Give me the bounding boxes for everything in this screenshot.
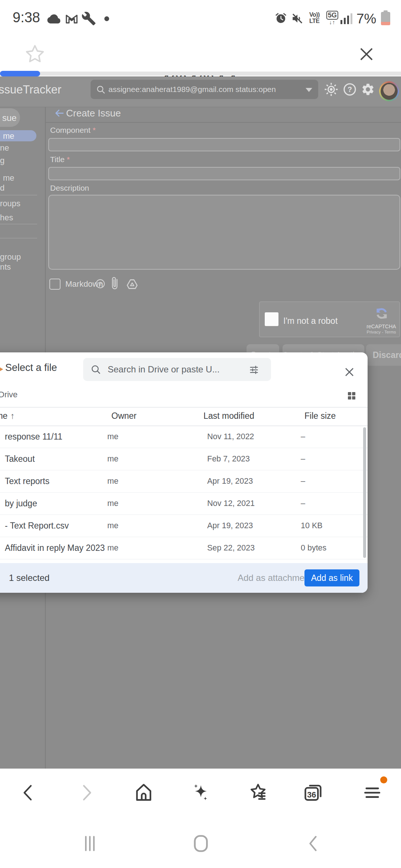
dialog-title: Select a file bbox=[5, 362, 57, 374]
recaptcha-checkbox[interactable] bbox=[265, 312, 278, 326]
file-size: – bbox=[301, 448, 305, 470]
add-as-link-button[interactable]: Add as link bbox=[304, 569, 359, 586]
column-header-modified[interactable]: Last modified bbox=[203, 411, 254, 421]
sidebar-item[interactable]: group bbox=[0, 252, 21, 262]
address-bar[interactable]: 192.168.1.1 bbox=[0, 26, 401, 70]
file-row[interactable]: response 11/11 me Nov 11, 2022 – bbox=[0, 425, 368, 448]
file-owner: me bbox=[107, 425, 118, 448]
nav-forward-icon[interactable] bbox=[76, 782, 97, 803]
battery-percent: 7% bbox=[356, 11, 376, 27]
file-row[interactable]: - Text Report.csv me Apr 19, 2023 10 KB bbox=[0, 514, 368, 537]
alarm-icon bbox=[274, 12, 287, 25]
bookmarks-list-icon[interactable] bbox=[247, 782, 269, 803]
battery-icon bbox=[381, 12, 390, 25]
title-input[interactable] bbox=[48, 167, 400, 180]
drive-search-box[interactable]: Search in Drive or paste U... bbox=[83, 358, 271, 381]
ai-sparkles-icon[interactable] bbox=[190, 782, 212, 803]
sidebar-section-divider bbox=[0, 195, 37, 195]
avatar[interactable] bbox=[379, 81, 399, 101]
notification-dot-icon bbox=[104, 16, 109, 21]
file-modified: Nov 11, 2022 bbox=[207, 425, 254, 448]
recaptcha-terms-link[interactable]: Privacy - Terms bbox=[355, 330, 401, 334]
sidebar-item[interactable]: hes bbox=[0, 213, 13, 223]
component-input[interactable] bbox=[48, 138, 400, 151]
brightness-icon[interactable] bbox=[324, 82, 339, 97]
sort-ascending-icon[interactable]: ↑ bbox=[10, 411, 15, 421]
file-owner: me bbox=[107, 448, 118, 470]
android-back-icon[interactable] bbox=[304, 834, 323, 853]
component-label-text: Component bbox=[50, 126, 91, 134]
markdown-help-icon[interactable]: ? bbox=[95, 279, 105, 289]
scrollbar[interactable] bbox=[363, 427, 366, 558]
issue-search-box[interactable]: assignee:anaherat1989@gmail.com status:o… bbox=[91, 80, 318, 99]
close-dialog-icon[interactable] bbox=[343, 366, 356, 378]
chevron-down-icon[interactable] bbox=[306, 88, 312, 92]
file-modified: Apr 19, 2023 bbox=[207, 470, 253, 492]
file-owner: me bbox=[107, 537, 118, 559]
sidebar-item[interactable]: ne bbox=[0, 143, 9, 153]
attach-file-icon[interactable] bbox=[110, 277, 120, 291]
back-arrow-icon[interactable] bbox=[53, 108, 65, 119]
nav-back-icon[interactable] bbox=[17, 782, 38, 803]
bookmark-star-icon[interactable] bbox=[23, 43, 46, 66]
help-icon[interactable]: ? bbox=[343, 82, 357, 96]
sidebar-item[interactable]: roups bbox=[0, 199, 20, 208]
column-header-name[interactable]: Name bbox=[0, 411, 7, 421]
file-size: – bbox=[301, 470, 305, 492]
sidebar-item[interactable]: g bbox=[0, 156, 4, 165]
file-row[interactable]: by judge me Nov 12, 2021 – bbox=[0, 492, 368, 515]
description-label: Description bbox=[50, 184, 89, 193]
sidebar-item[interactable]: me bbox=[3, 131, 14, 141]
sidebar-section-divider bbox=[0, 238, 37, 239]
status-bar: 9:38 Vo)) LTE 5G ↓↑ 7% bbox=[0, 0, 401, 26]
markdown-checkbox[interactable] bbox=[49, 279, 61, 290]
clock: 9:38 bbox=[13, 10, 40, 26]
tune-filter-icon[interactable] bbox=[249, 364, 259, 375]
page-load-progress-fill bbox=[0, 71, 40, 76]
file-row[interactable]: Takeout me Feb 7, 2023 – bbox=[0, 448, 368, 470]
recent-apps-icon[interactable] bbox=[80, 834, 100, 853]
android-home-icon[interactable] bbox=[190, 833, 212, 854]
sidebar-item[interactable]: d bbox=[0, 183, 4, 193]
file-row[interactable]: Text reports me Apr 19, 2023 – bbox=[0, 470, 368, 493]
title-label: Title * bbox=[50, 155, 70, 164]
recaptcha-logo-icon bbox=[375, 306, 389, 320]
sidebar-item[interactable]: me bbox=[3, 173, 14, 183]
drive-logo-icon bbox=[0, 365, 3, 374]
svg-text:?: ? bbox=[348, 85, 352, 93]
breadcrumb[interactable]: Drive bbox=[0, 390, 17, 400]
file-size: 0 bytes bbox=[301, 537, 326, 559]
home-icon[interactable] bbox=[133, 782, 154, 803]
search-query-text: assignee:anaherat1989@gmail.com status:o… bbox=[108, 85, 276, 94]
title-label-text: Title bbox=[50, 155, 65, 164]
grid-view-icon[interactable] bbox=[346, 390, 357, 401]
gmail-icon bbox=[64, 11, 79, 26]
file-name: - Text Report.csv bbox=[5, 514, 69, 537]
svg-text:?: ? bbox=[99, 281, 102, 287]
file-name: by judge bbox=[5, 492, 37, 514]
description-textarea[interactable] bbox=[48, 195, 400, 270]
close-tab-icon[interactable] bbox=[357, 45, 376, 64]
file-modified: Apr 19, 2023 bbox=[207, 514, 253, 537]
required-mark: * bbox=[67, 155, 70, 164]
add-as-attachment-button[interactable]: Add as attachment bbox=[238, 563, 312, 593]
file-row[interactable]: Affidavit in reply May 2023 me Sep 22, 2… bbox=[0, 537, 368, 559]
file-modified: Nov 12, 2021 bbox=[207, 492, 255, 514]
drive-icon[interactable] bbox=[125, 278, 139, 290]
settings-gear-icon[interactable] bbox=[361, 82, 375, 96]
5g-indicator: 5G ↓↑ bbox=[326, 11, 339, 25]
tabs-icon[interactable]: 36 bbox=[302, 782, 324, 803]
wrench-icon bbox=[81, 11, 97, 26]
recaptcha-widget: I'm not a robot reCAPTCHA Privacy - Term… bbox=[259, 302, 400, 337]
app-title: ssueTracker bbox=[0, 83, 61, 96]
divider bbox=[0, 407, 368, 408]
sidebar-item[interactable]: sue bbox=[2, 113, 17, 123]
sidebar-section-divider bbox=[0, 224, 37, 224]
menu-icon[interactable] bbox=[362, 782, 382, 803]
sidebar-item[interactable]: nts bbox=[0, 262, 11, 272]
discard-button[interactable]: Discard bbox=[366, 344, 401, 366]
column-header-size[interactable]: File size bbox=[304, 411, 336, 421]
file-modified: Sep 22, 2023 bbox=[207, 537, 255, 559]
column-header-owner[interactable]: Owner bbox=[111, 411, 137, 421]
file-modified: Feb 7, 2023 bbox=[207, 448, 250, 470]
